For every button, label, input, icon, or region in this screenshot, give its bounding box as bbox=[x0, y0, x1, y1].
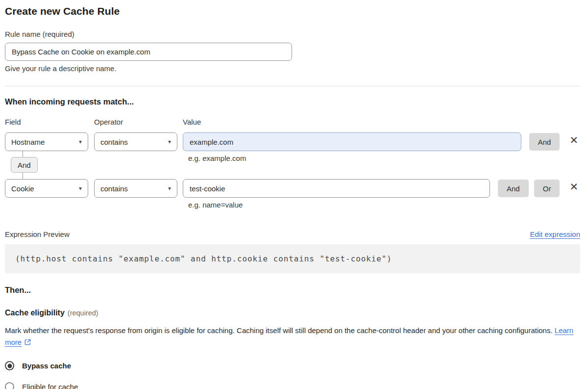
edit-expression-link[interactable]: Edit expression bbox=[530, 230, 580, 238]
value-hint: e.g. example.com bbox=[188, 154, 246, 162]
radio-option-eligible-for-cache[interactable]: Eligible for cache bbox=[5, 382, 580, 389]
external-link-icon bbox=[24, 337, 31, 349]
field-select-value: Cookie bbox=[11, 184, 79, 193]
radio-label: Eligible for cache bbox=[22, 383, 78, 389]
rule-name-input[interactable] bbox=[5, 43, 292, 61]
section-divider bbox=[5, 86, 580, 86]
value-column-label: Value bbox=[183, 118, 580, 126]
condition-connector-region: And e.g. example.com bbox=[5, 151, 580, 179]
chevron-down-icon: ▾ bbox=[168, 185, 171, 191]
value-input[interactable] bbox=[183, 179, 490, 198]
remove-condition-icon[interactable]: ✕ bbox=[569, 182, 578, 192]
chevron-down-icon: ▾ bbox=[79, 139, 82, 145]
expression-header: Expression Preview Edit expression bbox=[5, 230, 580, 238]
field-select-value: Hostname bbox=[11, 138, 79, 146]
rule-name-helper: Give your rule a descriptive name. bbox=[5, 64, 580, 73]
match-heading: When incoming requests match... bbox=[5, 97, 580, 106]
value-hint: e.g. name=value bbox=[188, 201, 580, 209]
radio-label: Bypass cache bbox=[22, 362, 71, 370]
operator-column-label: Operator bbox=[94, 118, 177, 126]
create-cache-rule-form: Create new Cache Rule Rule name (require… bbox=[0, 0, 588, 389]
cache-eligibility-heading: Cache eligibility(required) bbox=[5, 309, 580, 317]
chevron-down-icon: ▾ bbox=[168, 139, 171, 145]
expression-preview-label: Expression Preview bbox=[5, 230, 70, 238]
value-input[interactable] bbox=[183, 132, 521, 151]
field-select[interactable]: Cookie ▾ bbox=[5, 179, 88, 198]
radio-option-bypass-cache[interactable]: Bypass cache bbox=[5, 361, 580, 370]
radio-selected-icon[interactable] bbox=[5, 361, 14, 370]
add-or-condition-button[interactable]: Or bbox=[534, 180, 560, 197]
operator-select[interactable]: contains ▾ bbox=[94, 132, 177, 151]
expression-code: (http.host contains "example.com" and ht… bbox=[15, 254, 570, 263]
description-text: Mark whether the request's response from… bbox=[5, 326, 553, 335]
operator-select-value: contains bbox=[100, 184, 168, 193]
cache-eligibility-description: Mark whether the request's response from… bbox=[5, 325, 578, 349]
field-column-label: Field bbox=[5, 118, 88, 126]
operator-select[interactable]: contains ▾ bbox=[94, 179, 177, 198]
condition-columns-header: Field Operator Value bbox=[5, 118, 580, 126]
cache-eligibility-title: Cache eligibility bbox=[5, 309, 65, 317]
rule-name-label: Rule name (required) bbox=[5, 30, 580, 38]
operator-select-value: contains bbox=[100, 138, 168, 146]
remove-condition-icon[interactable]: ✕ bbox=[569, 135, 578, 146]
condition-row: Hostname ▾ contains ▾ And ✕ bbox=[5, 132, 580, 151]
radio-unselected-icon[interactable] bbox=[5, 382, 14, 389]
required-note: (required) bbox=[68, 309, 98, 317]
expression-code-block: (http.host contains "example.com" and ht… bbox=[5, 244, 580, 273]
then-heading: Then... bbox=[5, 285, 580, 295]
condition-row: Cookie ▾ contains ▾ And Or ✕ bbox=[5, 179, 580, 198]
field-select[interactable]: Hostname ▾ bbox=[5, 132, 88, 151]
chevron-down-icon: ▾ bbox=[79, 185, 82, 191]
add-and-condition-button[interactable]: And bbox=[529, 133, 560, 151]
add-and-condition-button[interactable]: And bbox=[498, 180, 529, 197]
page-title: Create new Cache Rule bbox=[5, 5, 580, 17]
and-connector-button[interactable]: And bbox=[11, 157, 38, 173]
